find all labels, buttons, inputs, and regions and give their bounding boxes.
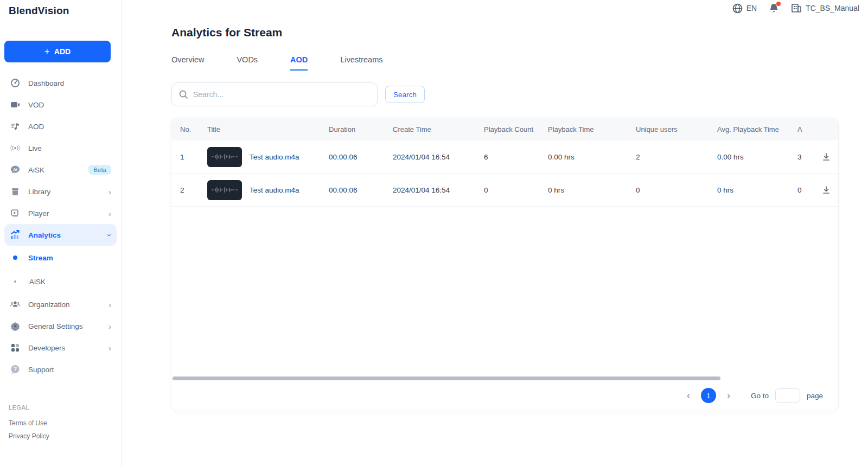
horizontal-scrollbar-track [171,367,838,380]
table-empty-space [171,207,838,367]
column-header-duration: Duration [324,125,388,133]
search-box [171,82,378,106]
add-button-label: ADD [54,47,71,56]
chevron-right-icon: › [108,209,111,218]
bullet-dot-icon [14,280,16,283]
sidebar-item-label: Dashboard [28,79,111,87]
cell-duration: 00:00:06 [324,153,388,161]
legal-section: LEGAL Terms of Use Privacy Policy [9,404,49,445]
cell-create-time: 2024/01/04 16:54 [388,186,480,194]
download-button[interactable] [821,184,832,195]
cell-title: Test audio.m4a [203,147,324,167]
sidebar-item-general-settings[interactable]: General Settings › [4,315,117,337]
cell-create-time: 2024/01/04 16:54 [388,153,480,161]
cell-avg-playback-time: 0 hrs [713,186,793,194]
sidebar-item-label: Organization [28,301,101,309]
svg-text:Ai: Ai [13,167,17,172]
sidebar-item-label: AiSK [28,166,81,174]
sidebar-item-analytics[interactable]: Analytics › [4,224,117,246]
people-icon [10,299,21,310]
sidebar-item-label: Player [28,209,101,218]
column-header-playback-time: Playback Time [544,125,631,133]
gauge-icon [10,78,21,88]
svg-text:?: ? [14,366,17,372]
page-label: page [807,392,823,400]
cell-playback-count: 6 [480,153,544,161]
search-button[interactable]: Search [385,86,425,103]
cell-no: 1 [171,153,203,161]
cell-truncated: 0 [793,186,814,194]
sidebar-subitem-aisk[interactable]: AiSK [4,270,117,293]
column-header-title: Title [203,125,324,133]
plus-icon: + [44,46,50,57]
download-button[interactable] [821,151,832,162]
cell-title-text: Test audio.m4a [250,186,299,194]
horizontal-scrollbar-thumb[interactable] [173,376,720,380]
tab-livestreams[interactable]: Livestreams [340,52,382,71]
sidebar-item-player[interactable]: Player › [4,202,117,224]
terms-of-use-link[interactable]: Terms of Use [9,419,49,427]
next-page-button[interactable]: › [724,390,733,401]
cell-unique-users: 2 [631,153,713,161]
table-row[interactable]: 1 Test audio.m4a 00:00:06 2024/01/04 16:… [171,141,838,174]
library-icon [10,186,21,197]
cell-unique-users: 0 [631,186,713,194]
tab-vods[interactable]: VODs [237,52,258,71]
cell-playback-count: 0 [480,186,544,194]
legal-heading: LEGAL [9,404,49,411]
sidebar-item-library[interactable]: Library › [4,181,117,202]
chevron-right-icon: › [108,343,111,353]
sidebar-item-dashboard[interactable]: Dashboard [4,72,117,94]
column-header-playback-count: Playback Count [480,125,544,133]
cell-title-text: Test audio.m4a [250,153,299,161]
sidebar-item-vod[interactable]: VOD [4,94,117,116]
apps-grid-icon [10,342,21,353]
sidebar-item-aod[interactable]: AOD [4,116,117,137]
ai-chat-bubble-icon: Ai [10,164,21,175]
page-title: Analytics for Stream [171,26,868,39]
column-header-avg-playback-time: Avg. Playback Time [713,125,793,133]
sidebar-item-aisk[interactable]: Ai AiSK Beta [4,159,117,181]
add-button[interactable]: + ADD [4,41,111,62]
previous-page-button[interactable]: ‹ [684,390,693,401]
column-header-create-time: Create Time [388,125,480,133]
gear-icon [10,321,21,331]
sidebar-item-live[interactable]: Live [4,137,117,159]
column-header-unique-users: Unique users [631,125,713,133]
brand-logo: BlendVision [4,0,117,17]
cell-title: Test audio.m4a [203,180,324,200]
main-content: Analytics for Stream Overview VODs AOD L… [122,0,868,466]
cell-no: 2 [171,186,203,194]
sidebar-item-label: Live [28,144,111,152]
question-bubble-icon: ? [10,364,21,375]
chevron-right-icon: › [108,300,111,309]
sidebar-subitem-label: Stream [28,254,53,262]
sidebar-item-label: Support [28,366,111,374]
privacy-policy-link[interactable]: Privacy Policy [9,432,49,440]
sidebar-subitem-label: AiSK [29,278,46,286]
cell-truncated: 3 [793,153,814,161]
music-note-icon [10,121,21,132]
chevron-right-icon: › [108,322,111,331]
goto-page-input[interactable] [775,388,800,403]
table-row[interactable]: 2 Test audio.m4a 00:00:06 2024/01/04 16:… [171,174,838,207]
sidebar-item-developers[interactable]: Developers › [4,337,117,359]
audio-waveform-thumbnail [207,180,242,200]
live-broadcast-icon [10,143,21,154]
sidebar-item-support[interactable]: ? Support [4,359,117,380]
sidebar-item-label: Analytics [28,231,101,239]
tab-aod[interactable]: AOD [290,52,308,71]
sidebar-subitem-stream[interactable]: Stream [4,246,117,270]
sidebar-item-label: Library [28,188,101,196]
tab-overview[interactable]: Overview [171,52,204,71]
pagination: ‹ 1 › Go to page [171,380,838,411]
sidebar-item-organization[interactable]: Organization › [4,293,117,315]
search-input[interactable] [193,90,371,99]
table-header-row: No. Title Duration Create Time Playback … [171,118,838,141]
search-icon [178,90,188,99]
sidebar: BlendVision + ADD Dashboard VOD [0,0,122,466]
active-dot-icon [13,256,17,260]
page-1-button[interactable]: 1 [701,388,716,403]
chevron-right-icon: › [108,187,111,196]
sidebar-item-label: General Settings [28,322,101,330]
